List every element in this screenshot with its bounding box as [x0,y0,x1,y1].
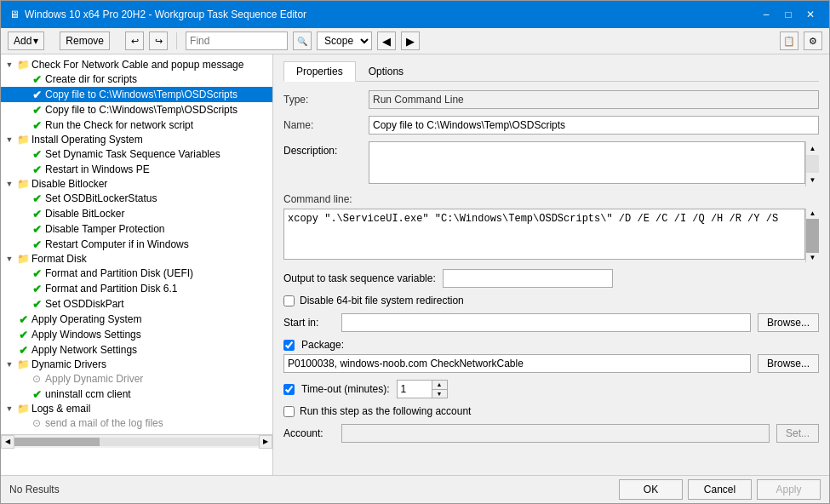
item-label: Disable BitLocker [43,208,124,220]
startin-row: Start in: Browse... [283,313,819,332]
item-label: Set OSDBitLockerStatus [43,192,157,204]
tab-options[interactable]: Options [356,61,416,82]
item-label: Format and Partition Disk 6.1 [43,283,177,295]
item-label: send a mail of the log files [43,417,163,429]
list-item[interactable]: ✔ Apply Network Settings [1,342,272,358]
redo-button[interactable]: ↪ [149,32,168,50]
scroll-left-button[interactable]: ◀ [1,435,14,449]
timeout-field[interactable] [398,381,432,397]
desc-scroll-down[interactable]: ▼ [806,173,819,186]
cmdline-scroll-track[interactable] [806,219,819,253]
list-item[interactable]: ▼ 📁 Format Disk [1,252,272,266]
cmdline-scrollbar[interactable]: ▲ ▼ [805,209,819,262]
description-scrollbar[interactable]: ▲ ▼ [805,141,819,186]
list-item[interactable]: ✔ Create dir for scripts [1,72,272,87]
maximize-button[interactable]: □ [778,6,799,23]
list-item[interactable]: ✔ Disable Tamper Protection [1,221,272,237]
list-item[interactable]: ✔ uninstall ccm client [1,387,272,402]
cmdline-scroll-down[interactable]: ▼ [806,253,819,263]
item-label: Set Dynamic Task Sequence Variables [43,148,220,160]
item-label: Apply Windows Settings [30,329,141,341]
list-item[interactable]: ✔ Set OSDDiskPart [1,296,272,312]
expand-icon: ▼ [3,135,16,144]
horizontal-scrollbar[interactable]: ◀ ▶ [1,434,272,448]
item-label: Set OSDDiskPart [43,298,124,310]
name-field[interactable] [369,116,819,135]
list-item[interactable]: ▼ 📁 Logs & email [1,402,272,415]
list-item[interactable]: ▼ 📁 Disable Bitlocker [1,177,272,191]
type-row: Type: [283,90,819,109]
undo-button[interactable]: ↩ [125,32,144,50]
startin-label: Start in: [283,317,335,329]
package-row: Package: [283,339,819,351]
close-button[interactable]: ✕ [800,6,821,23]
list-item[interactable]: ✔ Copy file to C:\Windows\Temp\OSDScript… [1,102,272,117]
add-button[interactable]: Add ▾ [8,32,44,50]
package-checkbox[interactable] [283,340,295,351]
desc-scroll-track[interactable] [806,155,819,173]
list-item[interactable]: ▼ 📁 Dynamic Drivers [1,358,272,371]
scroll-track[interactable] [14,438,259,446]
list-item[interactable]: ✔ Set Dynamic Task Sequence Variables [1,146,272,162]
item-label: Run the Check for network script [43,119,193,131]
disable-redirection-checkbox[interactable] [283,295,295,306]
remove-button[interactable]: Remove [60,32,110,50]
startin-field[interactable] [341,313,751,332]
properties-button[interactable]: 📋 [780,32,799,50]
list-item[interactable]: ✔ Run the Check for network script [1,117,272,133]
item-label: Disable Bitlocker [30,178,107,190]
package-field[interactable] [283,354,751,373]
type-field[interactable] [369,90,819,109]
list-item[interactable]: ▼ 📁 Check For Network Cable and popup me… [1,58,272,72]
cmdline-scroll-up[interactable]: ▲ [806,209,819,219]
find-input[interactable] [186,32,288,50]
toolbar-separator [176,32,177,49]
timeout-decrement-button[interactable]: ▼ [432,389,447,398]
nav-next-button[interactable]: ▶ [401,32,420,50]
description-field[interactable] [369,141,805,184]
ok-check-icon: ✔ [30,207,43,220]
cancel-button[interactable]: Cancel [688,479,752,500]
ok-button[interactable]: OK [619,479,683,500]
startin-browse-button[interactable]: Browse... [758,313,819,332]
package-browse-button[interactable]: Browse... [758,354,819,373]
ok-check-icon: ✔ [30,266,43,280]
list-item[interactable]: ⊙ send a mail of the log files [1,415,272,431]
list-item[interactable]: ✔ Restart Computer if in Windows [1,237,272,252]
scroll-thumb[interactable] [14,438,100,446]
list-item[interactable]: ✔ Format and Partition Disk (UEFI) [1,266,272,281]
list-item[interactable]: ✔ Format and Partition Disk 6.1 [1,281,272,296]
item-label: Apply Dynamic Driver [43,373,143,385]
ok-check-icon: ✔ [30,163,43,176]
output-field[interactable] [443,269,613,288]
ok-check-icon: ✔ [30,192,43,205]
nav-prev-button[interactable]: ◀ [377,32,396,50]
list-item[interactable]: ✔ Disable BitLocker [1,206,272,221]
timeout-increment-button[interactable]: ▲ [432,381,447,389]
scroll-right-button[interactable]: ▶ [259,435,272,449]
options-button[interactable]: ⚙ [804,32,822,50]
left-panel: ▼ 📁 Check For Network Cable and popup me… [1,54,273,475]
account-field [341,424,770,443]
tree: ▼ 📁 Check For Network Cable and popup me… [1,54,272,434]
account-label: Account: [283,427,335,439]
apply-button[interactable]: Apply [757,479,821,500]
add-label: Add [14,35,31,47]
list-item[interactable]: ⊙ Apply Dynamic Driver [1,371,272,387]
package-label: Package: [301,339,344,351]
tab-properties[interactable]: Properties [283,61,356,82]
folder-icon: 📁 [16,253,30,265]
list-item[interactable]: ✔ Set OSDBitLockerStatus [1,191,272,206]
list-item[interactable]: ▼ 📁 Install Operating System [1,133,272,146]
list-item[interactable]: ✔ Restart in Windows PE [1,162,272,177]
timeout-checkbox[interactable] [283,384,295,395]
minimize-button[interactable]: – [756,6,776,23]
scope-select[interactable]: Scope [317,32,372,50]
search-button[interactable]: 🔍 [293,32,312,50]
list-item[interactable]: ✔ Apply Windows Settings [1,327,272,342]
cmdline-field[interactable]: xcopy ".\ServiceUI.exe" "C:\Windows\Temp… [283,209,805,260]
list-item[interactable]: ✔ Copy file to C:\Windows\Temp\OSDScript… [1,87,272,102]
desc-scroll-up[interactable]: ▲ [806,141,819,155]
run-as-checkbox[interactable] [283,406,295,417]
list-item[interactable]: ✔ Apply Operating System [1,312,272,327]
